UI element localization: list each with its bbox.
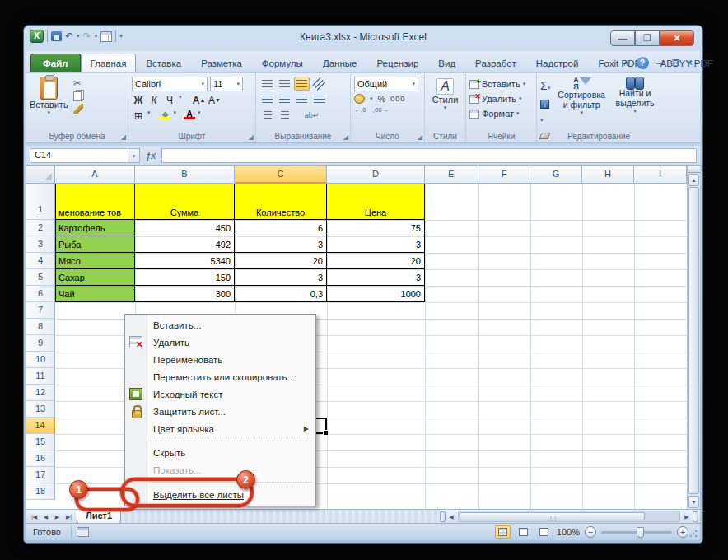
grow-font-button[interactable]: А▲ [193,94,206,107]
fill-icon[interactable]: ↓▾ [540,96,550,125]
page-break-view-button[interactable] [536,525,552,539]
tab-review[interactable]: Рецензир [366,54,428,72]
doc-restore-icon[interactable]: ❐ [672,58,679,68]
minimize-button[interactable]: — [610,30,635,46]
vertical-scroll-thumb[interactable] [688,187,699,494]
paste-button[interactable]: Вставить ▾ [30,77,68,116]
cell-b6[interactable]: 300 [135,286,235,302]
row-header[interactable]: 4 [26,253,55,269]
fx-icon[interactable]: ƒx [140,150,161,161]
number-format-combo[interactable]: Общий▾ [354,77,418,91]
zoom-out-icon[interactable]: − [585,526,596,538]
row-header[interactable]: 13 [26,401,55,418]
delete-cells-button[interactable]: ✕Удалить▾ [469,91,533,106]
paste-dropdown-icon[interactable]: ▾ [48,110,51,116]
zoom-in-icon[interactable]: + [677,526,688,538]
horizontal-scroll-thumb[interactable] [460,512,645,520]
menu-item-view-code[interactable]: Исходный текст [125,385,315,403]
menu-item-protect-sheet[interactable]: Защитить лист... [125,403,315,420]
font-color-icon[interactable]: А [184,110,195,123]
vertical-split-handle[interactable] [688,166,700,173]
normal-view-button[interactable] [495,525,511,539]
number-dialog-launcher-icon[interactable]: ◢ [418,133,422,141]
row-header[interactable]: 5 [26,269,55,286]
zoom-level[interactable]: 100% [557,527,580,537]
row-header[interactable]: 3 [26,236,55,253]
zoom-slider-thumb[interactable] [637,527,644,538]
row-header[interactable]: 1 [26,184,55,220]
fill-color-icon[interactable]: ◆ [160,110,171,123]
select-all-corner[interactable] [26,166,55,184]
font-name-combo[interactable]: Calibri▾ [132,77,208,91]
menu-item-rename[interactable]: Переименовать [125,351,315,368]
underline-button[interactable]: Ч [163,94,176,107]
cell-c2[interactable]: 6 [235,220,327,236]
row-header-selected[interactable]: 14 [26,418,55,434]
bold-button[interactable]: Ж [132,94,145,107]
menu-item-hide[interactable]: Скрыть [125,444,315,461]
cell-c5[interactable]: 3 [235,269,327,286]
row-header[interactable]: 11 [26,368,55,385]
tab-split-handle[interactable] [440,511,446,522]
merge-center-icon[interactable] [311,92,327,106]
cell-a1[interactable]: менование тов [55,184,135,220]
tab-file[interactable]: Файл [30,54,81,72]
first-sheet-icon[interactable]: |◀ [29,511,40,522]
row-header[interactable]: 16 [26,450,55,467]
row-header[interactable]: 9 [26,335,55,352]
next-sheet-icon[interactable]: ▶ [52,511,63,522]
horizontal-split-handle[interactable] [693,511,698,522]
collapse-ribbon-icon[interactable]: ∧ [623,58,628,68]
vertical-scrollbar[interactable]: ▲ ▼ [687,166,700,509]
copy-icon[interactable] [73,91,82,101]
cell-d5[interactable]: 3 [327,269,425,286]
align-right-icon[interactable] [294,92,310,106]
increase-decimal-icon[interactable]: ←,0 [354,106,366,114]
cell-c3[interactable]: 3 [235,236,327,253]
column-header-c[interactable]: C [235,166,327,184]
align-middle-icon[interactable] [277,77,292,91]
column-header-f[interactable]: F [478,166,530,184]
name-box-dropdown-icon[interactable]: ▾ [128,148,140,163]
row-header[interactable]: 18 [26,483,55,500]
font-dialog-launcher-icon[interactable]: ◢ [249,133,254,141]
prev-sheet-icon[interactable]: ◀ [40,511,51,522]
name-box[interactable]: C14 [30,148,128,163]
column-header-d[interactable]: D [327,166,425,184]
increase-indent-icon[interactable] [277,108,292,122]
percent-icon[interactable]: % [378,94,386,104]
scroll-up-icon[interactable]: ▲ [688,174,699,186]
tab-home[interactable]: Главная [81,54,137,72]
cell-b5[interactable]: 150 [135,269,235,286]
tab-insert[interactable]: Вставка [136,54,191,72]
shrink-font-button[interactable]: А▼ [208,94,222,107]
column-header-h[interactable]: H [582,166,634,184]
cell-b4[interactable]: 5340 [135,253,235,269]
tab-formulas[interactable]: Формулы [252,54,313,72]
close-button[interactable]: ✕ [660,30,694,46]
cell-d3[interactable]: 3 [327,236,425,253]
scroll-left-icon[interactable]: ◀ [446,511,457,522]
cell-a5[interactable]: Сахар [55,269,135,286]
align-center-icon[interactable] [277,92,292,106]
menu-item-tab-color[interactable]: Цвет ярлычка▶ [125,420,315,437]
align-left-icon[interactable] [259,92,275,106]
comma-style-icon[interactable]: 000 [390,95,405,103]
tab-view[interactable]: Вид [428,54,465,72]
wrap-text-icon[interactable]: ab↵ [304,108,320,122]
styles-button[interactable]: А Стили ▾ [428,77,462,111]
cell-d2[interactable]: 75 [327,220,425,236]
cut-icon[interactable]: ✂ [73,78,83,89]
orientation-icon[interactable] [311,77,327,91]
horizontal-scrollbar[interactable] [458,511,680,522]
cell-c1[interactable]: Количество [235,184,327,220]
column-header-e[interactable]: E [425,166,478,184]
cell-c4[interactable]: 20 [235,253,327,269]
insert-cells-button[interactable]: +Вставить▾ [469,77,533,91]
font-size-combo[interactable]: 11▾ [210,77,243,91]
italic-button[interactable]: К [147,94,161,107]
column-header-a[interactable]: A [55,166,135,184]
row-header[interactable]: 15 [26,434,55,450]
tab-developer[interactable]: Разработ [465,54,526,72]
formula-input[interactable] [161,148,697,163]
